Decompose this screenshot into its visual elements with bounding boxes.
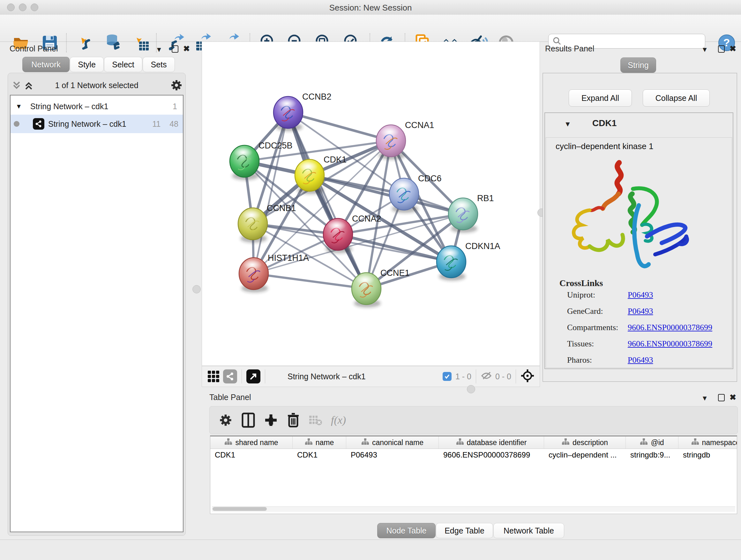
column-header-name[interactable]: name	[293, 436, 346, 449]
share-network-icon[interactable]	[223, 369, 237, 383]
table-panel-float-icon[interactable]	[718, 394, 725, 401]
column-header-description[interactable]: description	[544, 436, 626, 449]
tab-network-table[interactable]: Network Table	[493, 523, 564, 538]
network-node-CDK1[interactable]	[295, 159, 324, 191]
tab-edge-table[interactable]: Edge Table	[436, 523, 493, 538]
table-scrollbar-thumb[interactable]	[212, 507, 267, 511]
tree-expand-triangle-icon[interactable]: ▼	[16, 103, 22, 110]
table-cell[interactable]: stringdb	[678, 449, 737, 461]
tab-network[interactable]: Network	[22, 57, 70, 72]
network-options-gear-icon[interactable]	[170, 79, 183, 93]
network-node-CCNB1[interactable]	[238, 208, 267, 240]
node-count: 11	[152, 119, 160, 129]
tab-style[interactable]: Style	[70, 57, 104, 72]
crosslink-link[interactable]: P06493	[628, 290, 653, 300]
network-tree-child-row[interactable]: String Network – cdk1 11 48	[10, 115, 183, 133]
results-panel-close-icon[interactable]: ✖	[730, 45, 736, 53]
collapse-all-button[interactable]: Collapse All	[643, 89, 710, 107]
show-columns-icon[interactable]	[242, 413, 255, 428]
crosslinks-heading: CrossLinks	[559, 278, 603, 288]
current-network-title: String Network – cdk1	[287, 372, 366, 381]
network-node-RB1[interactable]	[448, 198, 478, 230]
network-edge-CCNB2-CCNA1[interactable]	[288, 112, 391, 141]
column-header-database-identifier[interactable]: database identifier	[439, 436, 544, 449]
network-view-toolbar: String Network – cdk1 1 - 0 0 - 0	[202, 366, 540, 387]
crosslink-label: GeneCard:	[567, 307, 628, 316]
add-column-icon[interactable]	[264, 413, 278, 427]
node-label-CDC6: CDC6	[418, 174, 442, 183]
network-node-CDC25B[interactable]	[230, 145, 259, 177]
network-label: String Network – cdk1	[48, 119, 126, 129]
control-panel-close-icon[interactable]: ✖	[183, 45, 190, 53]
control-panel-title: Control Panel	[10, 44, 58, 53]
control-panel-menu-icon[interactable]: ▾	[157, 45, 161, 53]
node-label-CDKN1A: CDKN1A	[465, 241, 500, 251]
network-node-CCNE1[interactable]	[352, 273, 381, 305]
results-panel-title: Results Panel	[545, 44, 594, 53]
network-edge-HIST1H1A-CCNE1[interactable]	[254, 273, 366, 289]
left-splitter-handle[interactable]	[192, 285, 201, 294]
table-cell[interactable]: CDK1	[293, 449, 346, 461]
table-cell[interactable]: CDK1	[210, 449, 293, 461]
node-label-RB1: RB1	[477, 193, 494, 203]
birds-eye-crosshair-icon[interactable]	[521, 369, 535, 384]
network-canvas[interactable]: CCNB2CCNA1CDC25BCDK1CDC6RB1CCNB1CCNA2CDK…	[202, 42, 540, 366]
table-horizontal-scrollbar[interactable]	[212, 506, 735, 512]
tree-column-icon	[361, 438, 369, 447]
results-panel-float-icon[interactable]	[718, 45, 725, 53]
table-panel-close-icon[interactable]: ✖	[730, 393, 736, 401]
table-cell[interactable]: 9606.ENSP00000378699	[439, 449, 544, 461]
tree-column-icon	[305, 438, 313, 447]
control-panel-float-icon[interactable]	[172, 45, 179, 53]
crosslink-label: Pharos:	[567, 355, 628, 365]
column-header--id[interactable]: @id	[626, 436, 678, 449]
network-list-container: 1 of 1 Network selected ▼ String Network…	[8, 73, 186, 536]
open-in-browser-icon[interactable]	[246, 369, 260, 383]
delete-table-icon[interactable]	[309, 415, 322, 426]
network-edge-CCNB2-HIST1H1A[interactable]	[254, 112, 288, 273]
table-settings-gear-icon[interactable]	[219, 413, 232, 427]
toolbar-divider	[242, 369, 242, 383]
delete-column-trash-icon[interactable]	[287, 413, 300, 428]
column-header-namespace[interactable]: namespace	[678, 436, 737, 449]
crosslink-row: Uniprot:P06493	[567, 290, 727, 300]
hidden-eye-icon	[481, 371, 492, 382]
tree-column-icon	[562, 438, 569, 447]
expand-all-button[interactable]: Expand All	[569, 89, 632, 107]
table-cell[interactable]: cyclin–dependent ...	[544, 449, 626, 461]
column-header-canonical-name[interactable]: canonical name	[346, 436, 439, 449]
table-row[interactable]: CDK1CDK1P064939606.ENSP00000378699cyclin…	[210, 449, 737, 461]
function-builder-icon[interactable]: f(x)	[331, 414, 346, 426]
results-panel-menu-icon[interactable]: ▾	[703, 45, 707, 53]
toolbar-divider	[265, 369, 265, 383]
table-cell[interactable]: stringdb:9...	[626, 449, 678, 461]
title-bar: Session: New Session	[0, 0, 741, 15]
protein-description: cyclin–dependent kinase 1	[556, 141, 653, 151]
table-body: CDK1CDK1P064939606.ENSP00000378699cyclin…	[210, 449, 737, 461]
node-label-HIST1H1A: HIST1H1A	[268, 253, 309, 263]
table-panel-menu-icon[interactable]: ▾	[703, 394, 707, 402]
network-node-CCNA2[interactable]	[323, 219, 353, 250]
crosslink-link[interactable]: P06493	[628, 355, 653, 365]
collapse-card-triangle-icon[interactable]: ▼	[564, 120, 571, 128]
node-label-CCNB1: CCNB1	[267, 203, 296, 213]
network-node-CDC6[interactable]	[389, 178, 419, 210]
network-selection-status: 1 of 1 Network selected	[8, 81, 185, 90]
column-header-shared-name[interactable]: shared name	[210, 436, 293, 449]
network-node-CCNA1[interactable]	[376, 125, 406, 157]
crosslink-link[interactable]: 9606.ENSP00000378699	[628, 323, 712, 332]
network-node-CCNB2[interactable]	[273, 97, 303, 128]
grid-view-icon[interactable]	[206, 369, 220, 383]
network-tree-root-row[interactable]: ▼ String Network – cdk1 1	[10, 98, 183, 115]
node-label-CDC25B: CDC25B	[259, 141, 293, 150]
crosslink-link[interactable]: 9606.ENSP00000378699	[628, 339, 712, 349]
tab-select[interactable]: Select	[104, 57, 142, 72]
network-node-HIST1H1A[interactable]	[239, 258, 268, 290]
tab-node-table[interactable]: Node Table	[377, 523, 435, 538]
table-cell[interactable]: P06493	[346, 449, 439, 461]
tab-sets[interactable]: Sets	[143, 57, 175, 72]
crosslink-link[interactable]: P06493	[628, 307, 653, 316]
tab-string-results[interactable]: String	[620, 57, 656, 73]
selected-checkbox-icon[interactable]	[443, 372, 452, 381]
network-node-CDKN1A[interactable]	[436, 246, 466, 278]
